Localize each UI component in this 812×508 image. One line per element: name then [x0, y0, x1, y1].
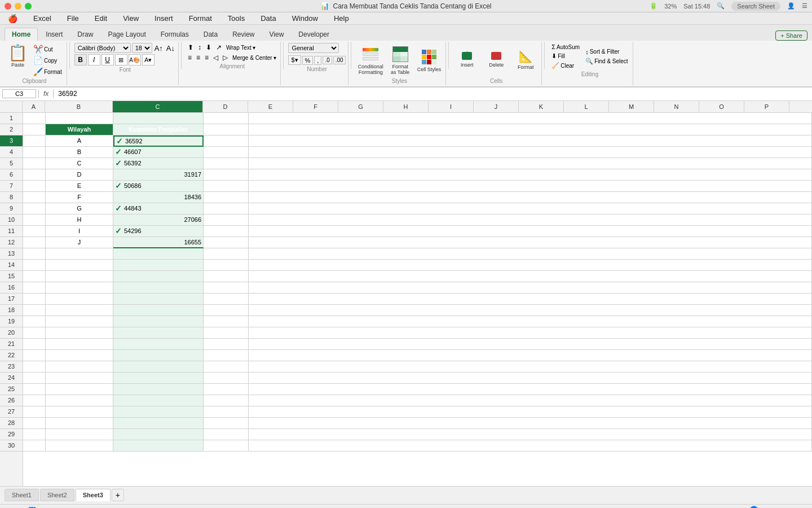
cell-A26[interactable] [23, 395, 46, 406]
cell-E17[interactable] [249, 294, 812, 305]
maximize-button[interactable] [25, 3, 32, 10]
menu-excel[interactable]: Excel [30, 13, 55, 24]
cell-C16[interactable] [113, 282, 204, 294]
sheet-tab-3[interactable]: Sheet3 [76, 489, 111, 501]
cell-D11[interactable] [204, 226, 249, 237]
cell-C17[interactable] [113, 294, 204, 305]
cell-C29[interactable] [113, 429, 204, 440]
share-button[interactable]: + Share [775, 30, 807, 41]
cell-E1[interactable] [249, 113, 812, 124]
cell-C30[interactable] [113, 440, 204, 452]
cell-D5[interactable] [204, 158, 249, 169]
cell-A27[interactable] [23, 406, 46, 418]
cell-D8[interactable] [204, 192, 249, 203]
cell-C26[interactable] [113, 395, 204, 406]
cell-E14[interactable] [249, 260, 812, 271]
tab-review[interactable]: Review [226, 28, 261, 41]
formula-input[interactable] [56, 89, 810, 99]
zoom-slider[interactable] [741, 506, 786, 508]
align-middle-icon[interactable]: ↕ [196, 43, 203, 52]
underline-button[interactable]: U [102, 54, 114, 65]
cell-A9[interactable] [23, 203, 46, 214]
row-20-header[interactable]: 20 [0, 327, 23, 339]
cell-B13[interactable] [46, 248, 113, 260]
row-27-header[interactable]: 27 [0, 406, 23, 418]
merge-center-button[interactable]: Merge & Center ▾ [231, 54, 278, 62]
delete-cells-button[interactable]: − Delete [483, 50, 510, 70]
cell-A18[interactable] [23, 305, 46, 316]
cell-B22[interactable] [46, 350, 113, 361]
cell-B29[interactable] [46, 429, 113, 440]
cell-C4[interactable]: ✓ 46607 [113, 147, 204, 158]
cell-C9[interactable]: ✓ 44843 [113, 203, 204, 214]
row-29-header[interactable]: 29 [0, 429, 23, 440]
sheet-tab-1[interactable]: Sheet1 [5, 489, 39, 501]
cell-D25[interactable] [204, 384, 249, 395]
cell-E9[interactable] [249, 203, 812, 214]
menu-window[interactable]: Window [289, 13, 321, 24]
row-23-header[interactable]: 23 [0, 361, 23, 373]
cell-C6[interactable]: 31917 [113, 169, 204, 181]
cell-D16[interactable] [204, 282, 249, 294]
cell-E26[interactable] [249, 395, 812, 406]
col-header-F[interactable]: F [293, 101, 338, 112]
cell-A11[interactable] [23, 226, 46, 237]
cell-B25[interactable] [46, 384, 113, 395]
col-header-H[interactable]: H [383, 101, 429, 112]
menu-file[interactable]: File [64, 13, 82, 24]
tab-insert[interactable]: Insert [39, 28, 69, 41]
cell-B11[interactable]: I [46, 226, 113, 237]
cell-C19[interactable] [113, 316, 204, 327]
col-header-J[interactable]: J [474, 101, 519, 112]
cell-A4[interactable] [23, 147, 46, 158]
col-header-I[interactable]: I [429, 101, 474, 112]
cell-C12[interactable]: 16655 [113, 237, 204, 248]
font-color-button[interactable]: A▾ [142, 54, 155, 65]
font-size-select[interactable]: 18 [132, 43, 152, 53]
fill-button[interactable]: ⬇ Fill [549, 52, 582, 60]
cell-B2[interactable]: Wilayah [46, 124, 113, 135]
cell-E5[interactable] [249, 158, 812, 169]
currency-button[interactable]: $▾ [288, 55, 301, 65]
fill-color-button[interactable]: A🎨 [129, 54, 141, 65]
cell-A17[interactable] [23, 294, 46, 305]
cell-C21[interactable] [113, 339, 204, 350]
cell-A8[interactable] [23, 192, 46, 203]
cell-B28[interactable] [46, 418, 113, 429]
row-1-header[interactable]: 1 [0, 113, 23, 124]
cell-E20[interactable] [249, 327, 812, 339]
row-12-header[interactable]: 12 [0, 237, 23, 248]
row-5-header[interactable]: 5 [0, 158, 23, 169]
cell-A22[interactable] [23, 350, 46, 361]
cell-B9[interactable]: G [46, 203, 113, 214]
cell-A6[interactable] [23, 169, 46, 181]
cell-A3[interactable] [23, 135, 46, 147]
col-header-K[interactable]: K [519, 101, 564, 112]
row-22-header[interactable]: 22 [0, 350, 23, 361]
row-24-header[interactable]: 24 [0, 373, 23, 384]
col-header-L[interactable]: L [564, 101, 609, 112]
cell-C22[interactable] [113, 350, 204, 361]
row-13-header[interactable]: 13 [0, 248, 23, 260]
format-painter-button[interactable]: 🖌️ Format [31, 67, 64, 77]
row-16-header[interactable]: 16 [0, 282, 23, 294]
cell-A21[interactable] [23, 339, 46, 350]
row-30-header[interactable]: 30 [0, 440, 23, 452]
close-button[interactable] [5, 3, 11, 10]
tab-developer[interactable]: Developer [292, 28, 336, 41]
cell-E6[interactable] [249, 169, 812, 181]
col-header-A[interactable]: A [23, 101, 45, 112]
cell-A10[interactable] [23, 214, 46, 226]
cell-B3[interactable]: A [46, 135, 113, 147]
italic-button[interactable]: I [88, 54, 100, 65]
cut-button[interactable]: ✂️ Cut [31, 44, 64, 54]
cell-D24[interactable] [204, 373, 249, 384]
cell-D17[interactable] [204, 294, 249, 305]
cell-E25[interactable] [249, 384, 812, 395]
row-14-header[interactable]: 14 [0, 260, 23, 271]
cell-A15[interactable] [23, 271, 46, 282]
cell-E8[interactable] [249, 192, 812, 203]
align-left-button[interactable]: ≡ [186, 53, 193, 62]
cell-E7[interactable] [249, 181, 812, 192]
cell-A5[interactable] [23, 158, 46, 169]
